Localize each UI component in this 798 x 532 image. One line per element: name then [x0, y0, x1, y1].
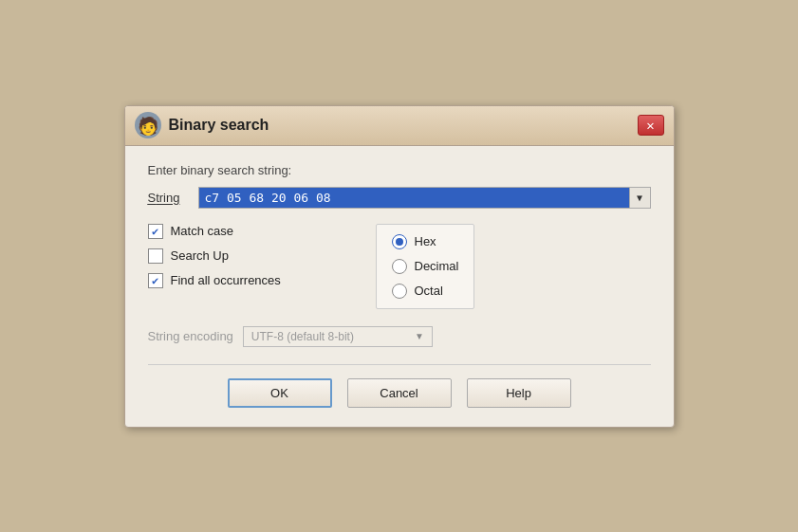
cancel-button[interactable]: Cancel [347, 378, 452, 408]
checkbox-match-case-box[interactable]: ✔ [148, 224, 163, 239]
ok-button[interactable]: OK [228, 378, 332, 408]
encoding-select[interactable]: UTF-8 (default 8-bit) ▼ [243, 326, 433, 347]
radio-octal-label: Octal [415, 284, 443, 298]
close-button[interactable]: ✕ [638, 115, 664, 136]
help-button[interactable]: Help [467, 378, 571, 408]
radio-octal[interactable]: Octal [392, 284, 459, 299]
radio-hex-button[interactable] [392, 234, 407, 249]
checkbox-find-all[interactable]: ✔ Find all occurrences [148, 273, 357, 288]
radio-octal-button[interactable] [392, 284, 407, 299]
dialog-icon: 🧑 [135, 112, 161, 138]
radio-hex-label: Hex [415, 234, 436, 248]
radio-decimal-button[interactable] [392, 259, 407, 274]
checkbox-search-up-label: Search Up [171, 248, 229, 263]
string-input[interactable] [199, 188, 629, 208]
checkbox-match-case-label: Match case [171, 224, 233, 238]
encoding-row: String encoding UTF-8 (default 8-bit) ▼ [148, 326, 651, 347]
checkbox-find-all-label: Find all occurrences [171, 273, 281, 287]
options-section: ✔ Match case Search Up ✔ Find all occurr… [148, 224, 651, 309]
radio-column: Hex Decimal Octal [376, 224, 475, 309]
checkbox-find-all-box[interactable]: ✔ [148, 273, 163, 288]
buttons-row: OK Cancel Help [148, 378, 651, 408]
prompt-label: Enter binary search string: [148, 163, 651, 177]
encoding-label: String encoding [148, 329, 233, 343]
checkbox-match-case[interactable]: ✔ Match case [148, 224, 357, 239]
encoding-value: UTF-8 (default 8-bit) [251, 330, 354, 343]
title-bar: 🧑 Binary search ✕ [125, 106, 674, 146]
radio-decimal-label: Decimal [415, 259, 459, 273]
string-input-wrapper[interactable]: ▼ [198, 187, 651, 209]
encoding-dropdown-arrow[interactable]: ▼ [415, 331, 424, 341]
checkboxes-column: ✔ Match case Search Up ✔ Find all occurr… [148, 224, 357, 309]
checkbox-search-up[interactable]: Search Up [148, 248, 357, 264]
title-bar-left: 🧑 Binary search [135, 112, 269, 138]
checkbox-search-up-box[interactable] [148, 248, 163, 264]
binary-search-dialog: 🧑 Binary search ✕ Enter binary search st… [124, 105, 675, 428]
dialog-title: Binary search [169, 117, 269, 134]
dialog-body: Enter binary search string: String ▼ ✔ M… [125, 146, 674, 427]
string-field-label: String [148, 191, 191, 205]
radio-decimal[interactable]: Decimal [392, 259, 459, 274]
string-row: String ▼ [148, 187, 651, 209]
divider [148, 364, 651, 365]
string-dropdown-arrow[interactable]: ▼ [629, 188, 650, 208]
radio-hex[interactable]: Hex [392, 234, 459, 249]
